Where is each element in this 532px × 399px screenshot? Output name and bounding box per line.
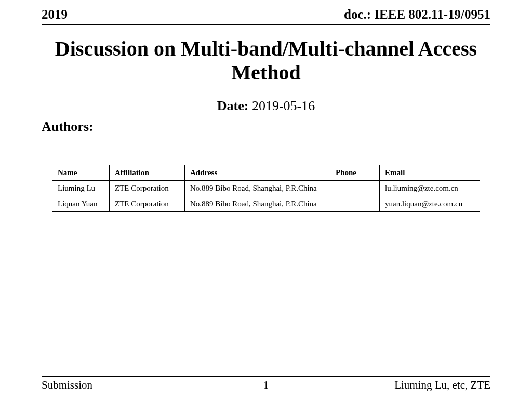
- cell-address: No.889 Bibo Road, Shanghai, P.R.China: [185, 196, 330, 212]
- header-right: doc.: IEEE 802.11-19/0951: [344, 7, 490, 22]
- header-row: 2019 doc.: IEEE 802.11-19/0951: [42, 0, 490, 22]
- table-row: Liuming Lu ZTE Corporation No.889 Bibo R…: [52, 181, 480, 196]
- cell-phone: [330, 196, 380, 212]
- footer-rule: [42, 376, 490, 377]
- table-header-row: Name Affiliation Address Phone Email: [52, 165, 480, 181]
- cell-email: lu.liuming@zte.com.cn: [380, 181, 480, 196]
- document-title: Discussion on Multi-band/Multi-channel A…: [42, 37, 490, 85]
- date-line: Date: 2019-05-16: [42, 98, 490, 114]
- th-name: Name: [52, 165, 110, 181]
- th-affiliation: Affiliation: [110, 165, 185, 181]
- authors-table: Name Affiliation Address Phone Email Liu…: [52, 165, 480, 212]
- cell-affiliation: ZTE Corporation: [110, 181, 185, 196]
- th-phone: Phone: [330, 165, 380, 181]
- cell-email: yuan.liquan@zte.com.cn: [380, 196, 480, 212]
- header-rule: [42, 24, 490, 25]
- date-value: 2019-05-16: [252, 98, 315, 113]
- cell-affiliation: ZTE Corporation: [110, 196, 185, 212]
- cell-name: Liquan Yuan: [52, 196, 110, 212]
- slide-page: 2019 doc.: IEEE 802.11-19/0951 Discussio…: [0, 0, 532, 399]
- table-row: Liquan Yuan ZTE Corporation No.889 Bibo …: [52, 196, 480, 212]
- footer-row: Submission 1 Liuming Lu, etc, ZTE: [42, 379, 490, 392]
- date-label: Date:: [217, 98, 249, 113]
- cell-phone: [330, 181, 380, 196]
- footer-center: 1: [42, 379, 490, 392]
- header-left: 2019: [42, 7, 68, 22]
- authors-label: Authors:: [42, 119, 490, 135]
- footer: Submission 1 Liuming Lu, etc, ZTE: [42, 376, 490, 392]
- cell-address: No.889 Bibo Road, Shanghai, P.R.China: [185, 181, 330, 196]
- th-address: Address: [185, 165, 330, 181]
- authors-table-wrap: Name Affiliation Address Phone Email Liu…: [52, 165, 480, 212]
- cell-name: Liuming Lu: [52, 181, 110, 196]
- th-email: Email: [380, 165, 480, 181]
